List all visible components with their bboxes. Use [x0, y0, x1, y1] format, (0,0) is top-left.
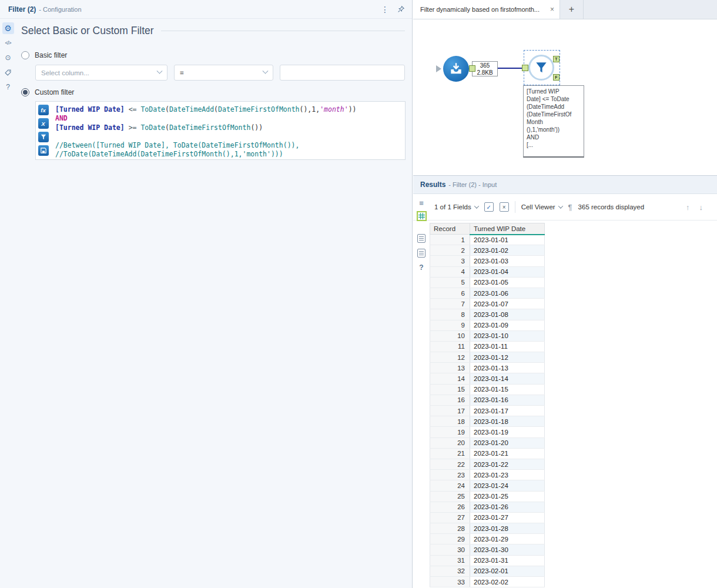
column-header-record[interactable]: Record — [430, 223, 470, 235]
cell-viewer-dropdown[interactable]: Cell Viewer — [521, 203, 562, 211]
workflow-canvas[interactable]: 3652.8KB T F [Turned WIPDate] <= ToDate(… — [413, 19, 717, 175]
table-row[interactable]: 12023-01-01 — [430, 235, 545, 245]
date-cell[interactable]: 2023-01-08 — [470, 309, 545, 320]
date-cell[interactable]: 2023-01-28 — [470, 523, 545, 534]
basic-filter-radio[interactable] — [21, 51, 29, 59]
close-icon[interactable]: × — [550, 5, 554, 14]
table-row[interactable]: 212023-01-21 — [430, 448, 545, 459]
date-cell[interactable]: 2023-01-27 — [470, 512, 545, 523]
record-cell[interactable]: 7 — [430, 299, 470, 309]
record-cell[interactable]: 4 — [430, 266, 470, 277]
connection-list-icon[interactable]: ≡ — [419, 199, 424, 208]
record-cell[interactable]: 33 — [430, 577, 470, 587]
kebab-menu-icon[interactable]: ⋮ — [381, 5, 389, 14]
record-cell[interactable]: 11 — [430, 341, 470, 352]
table-row[interactable]: 72023-01-07 — [430, 299, 545, 309]
record-cell[interactable]: 25 — [430, 491, 470, 502]
functions-icon[interactable]: fx — [38, 105, 49, 115]
code-line[interactable] — [55, 132, 400, 141]
filter-value-input[interactable] — [280, 65, 405, 81]
table-row[interactable]: 192023-01-19 — [430, 427, 545, 437]
date-cell[interactable]: 2023-01-24 — [470, 480, 545, 491]
pin-icon[interactable] — [397, 5, 405, 13]
record-cell[interactable]: 27 — [430, 512, 470, 523]
select-column-dropdown[interactable]: Select column... — [35, 65, 167, 81]
table-row[interactable]: 92023-01-09 — [430, 320, 545, 330]
record-cell[interactable]: 16 — [430, 395, 470, 405]
table-row[interactable]: 42023-01-04 — [430, 266, 545, 277]
help-icon[interactable]: ? — [419, 263, 423, 272]
date-cell[interactable]: 2023-01-02 — [470, 245, 545, 256]
record-cell[interactable]: 9 — [430, 320, 470, 330]
code-line[interactable]: [Turned WIP Date] <= ToDate(DateTimeAdd(… — [55, 105, 400, 114]
record-cell[interactable]: 8 — [430, 309, 470, 320]
input-tool-annotation[interactable]: 3652.8KB — [472, 61, 498, 76]
date-cell[interactable]: 2023-01-23 — [470, 470, 545, 480]
record-cell[interactable]: 2 — [430, 245, 470, 256]
table-row[interactable]: 312023-01-31 — [430, 555, 545, 566]
date-cell[interactable]: 2023-01-04 — [470, 266, 545, 277]
date-cell[interactable]: 2023-01-30 — [470, 544, 545, 555]
date-cell[interactable]: 2023-01-31 — [470, 555, 545, 566]
record-cell[interactable]: 30 — [430, 544, 470, 555]
table-row[interactable]: 172023-01-17 — [430, 406, 545, 416]
record-cell[interactable]: 1 — [430, 235, 470, 245]
table-row[interactable]: 32023-01-03 — [430, 256, 545, 266]
workflow-tab[interactable]: Filter dynamically based on firstofmonth… — [413, 0, 560, 19]
columns-icon[interactable]: X — [38, 118, 49, 129]
input-data-tool[interactable] — [443, 56, 469, 82]
record-cell[interactable]: 13 — [430, 363, 470, 373]
table-row[interactable]: 162023-01-16 — [430, 395, 545, 405]
date-cell[interactable]: 2023-01-13 — [470, 363, 545, 373]
table-row[interactable]: 122023-01-12 — [430, 352, 545, 363]
table-row[interactable]: 242023-01-24 — [430, 480, 545, 491]
date-cell[interactable]: 2023-01-20 — [470, 437, 545, 448]
table-row[interactable]: 52023-01-05 — [430, 277, 545, 288]
scroll-down-icon[interactable]: ↓ — [699, 203, 703, 212]
record-cell[interactable]: 20 — [430, 437, 470, 448]
table-row[interactable]: 282023-01-28 — [430, 523, 545, 534]
record-cell[interactable]: 12 — [430, 352, 470, 363]
date-cell[interactable]: 2023-01-11 — [470, 341, 545, 352]
table-row[interactable]: 262023-01-26 — [430, 502, 545, 512]
date-cell[interactable]: 2023-01-16 — [470, 395, 545, 405]
custom-filter-radio[interactable] — [21, 88, 29, 96]
date-cell[interactable]: 2023-01-07 — [470, 299, 545, 309]
record-cell[interactable]: 18 — [430, 416, 470, 427]
record-cell[interactable]: 5 — [430, 277, 470, 288]
table-row[interactable]: 222023-01-22 — [430, 459, 545, 469]
target-icon[interactable]: ⊙ — [2, 52, 14, 64]
date-cell[interactable]: 2023-01-05 — [470, 277, 545, 288]
date-cell[interactable]: 2023-01-01 — [470, 235, 545, 245]
date-cell[interactable]: 2023-02-01 — [470, 566, 545, 576]
expression-code[interactable]: [Turned WIP Date] <= ToDate(DateTimeAdd(… — [51, 102, 405, 159]
filter-tool[interactable] — [528, 55, 554, 81]
filter-tool-annotation[interactable]: [Turned WIPDate] <= ToDate(DateTimeAdd(D… — [523, 85, 584, 158]
code-line[interactable]: //ToDate(DateTimeAdd(DateTimeFirstOfMont… — [55, 150, 400, 159]
table-row[interactable]: 182023-01-18 — [430, 416, 545, 427]
date-cell[interactable]: 2023-01-25 — [470, 491, 545, 502]
date-cell[interactable]: 2023-01-18 — [470, 416, 545, 427]
record-cell[interactable]: 3 — [430, 256, 470, 266]
operator-dropdown[interactable]: = — [174, 65, 273, 81]
table-row[interactable]: 82023-01-08 — [430, 309, 545, 320]
record-cell[interactable]: 26 — [430, 502, 470, 512]
save-expression-icon[interactable] — [38, 145, 49, 156]
table-row[interactable]: 22023-01-02 — [430, 245, 545, 256]
record-cell[interactable]: 29 — [430, 534, 470, 544]
gear-icon[interactable]: ⚙ — [2, 22, 14, 34]
date-cell[interactable]: 2023-01-26 — [470, 502, 545, 512]
select-all-icon[interactable]: ✓ — [484, 202, 494, 212]
date-cell[interactable]: 2023-01-22 — [470, 459, 545, 469]
record-cell[interactable]: 6 — [430, 288, 470, 298]
tag-icon[interactable] — [2, 66, 14, 78]
table-row[interactable]: 132023-01-13 — [430, 363, 545, 373]
table-row[interactable]: 112023-01-11 — [430, 341, 545, 352]
record-cell[interactable]: 14 — [430, 373, 470, 384]
record-cell[interactable]: 31 — [430, 555, 470, 566]
record-cell[interactable]: 24 — [430, 480, 470, 491]
custom-filter-option[interactable]: Custom filter — [21, 88, 405, 96]
deselect-all-icon[interactable]: × — [500, 202, 509, 212]
date-cell[interactable]: 2023-01-29 — [470, 534, 545, 544]
column-header-turned-wip-date[interactable]: Turned WIP Date — [470, 223, 545, 235]
